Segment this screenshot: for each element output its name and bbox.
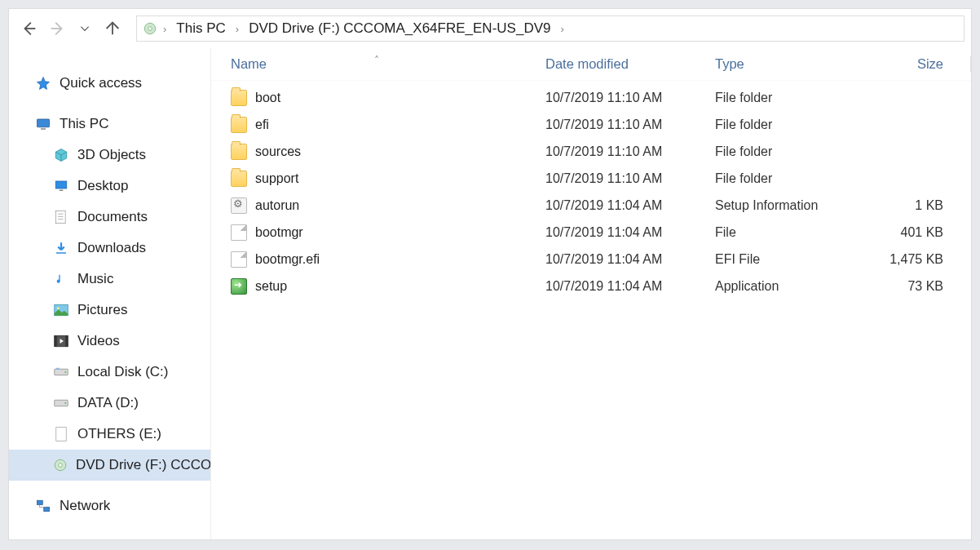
nav-downloads[interactable]: Downloads (9, 233, 210, 264)
file-type: Setup Information (715, 198, 854, 213)
file-row[interactable]: efi10/7/2019 11:10 AMFile folder (211, 111, 971, 138)
svg-rect-18 (56, 368, 60, 370)
file-row[interactable]: autorun10/7/2019 11:04 AMSetup Informati… (211, 192, 971, 219)
nav-label: Desktop (77, 178, 128, 194)
app-icon (231, 278, 247, 295)
file-size: 1,475 KB (854, 252, 950, 267)
file-size: 1 KB (854, 198, 950, 213)
file-date: 10/7/2019 11:10 AM (545, 91, 715, 105)
file-date: 10/7/2019 11:04 AM (545, 252, 715, 267)
file-date: 10/7/2019 11:10 AM (545, 171, 715, 186)
nav-this-pc[interactable]: This PC (9, 109, 210, 140)
nav-3d-objects[interactable]: 3D Objects (9, 140, 210, 171)
file-icon (231, 224, 247, 241)
file-size: 401 KB (854, 225, 950, 240)
nav-pictures[interactable]: Pictures (9, 295, 210, 326)
arrow-up-icon (104, 20, 121, 38)
file-row[interactable]: boot10/7/2019 11:10 AMFile folder (211, 84, 971, 111)
file-type: Application (715, 279, 854, 294)
nav-label: Documents (77, 209, 148, 225)
nav-label: This PC (60, 116, 108, 132)
file-date: 10/7/2019 11:04 AM (545, 225, 715, 240)
recent-locations-button[interactable] (71, 15, 99, 42)
nav-local-disk-c[interactable]: Local Disk (C:) (9, 357, 210, 388)
nav-label: Pictures (77, 302, 127, 318)
nav-others-e[interactable]: OTHERS (E:) (9, 419, 210, 450)
back-button[interactable] (15, 15, 43, 42)
file-name: setup (255, 279, 287, 294)
svg-rect-24 (38, 500, 43, 504)
svg-point-20 (64, 402, 66, 404)
file-name: boot (255, 91, 280, 105)
file-row[interactable]: bootmgr10/7/2019 11:04 AMFile401 KB (211, 219, 971, 246)
file-row[interactable]: bootmgr.efi10/7/2019 11:04 AMEFI File1,4… (211, 246, 971, 273)
breadcrumb[interactable]: › This PC › DVD Drive (F:) CCCOMA_X64FRE… (136, 16, 965, 42)
explorer-window: › This PC › DVD Drive (F:) CCCOMA_X64FRE… (8, 8, 972, 540)
file-list-pane: Name ˄ Date modified Type Size boot10/7 (211, 48, 971, 539)
drive-icon (53, 364, 69, 380)
forward-button[interactable] (43, 15, 71, 42)
file-icon (231, 251, 247, 268)
file-name: support (255, 171, 298, 186)
nav-quick-access[interactable]: Quick access (9, 68, 210, 99)
file-row[interactable]: support10/7/2019 11:10 AMFile folder (211, 165, 971, 192)
nav-dvd-drive-f[interactable]: DVD Drive (F:) CCCOMA_X64FRE_EN-US_DV9 (9, 450, 210, 481)
nav-label: Music (77, 271, 113, 287)
svg-rect-4 (55, 181, 67, 189)
svg-rect-21 (56, 428, 66, 441)
file-type: File folder (715, 144, 854, 159)
svg-point-12 (57, 307, 60, 309)
nav-music[interactable]: Music (9, 264, 210, 295)
column-label: Name (231, 56, 267, 71)
monitor-icon (35, 116, 51, 132)
svg-rect-10 (56, 252, 66, 254)
chevron-right-icon: › (161, 23, 168, 35)
column-headers: Name ˄ Date modified Type Size (211, 48, 971, 81)
nav-network[interactable]: Network (9, 490, 210, 521)
star-icon (35, 75, 51, 91)
file-row[interactable]: sources10/7/2019 11:10 AMFile folder (211, 138, 971, 165)
dvd-drive-icon (53, 457, 68, 473)
column-header-type[interactable]: Type (715, 56, 854, 72)
file-date: 10/7/2019 11:10 AM (545, 144, 715, 159)
file-row[interactable]: setup10/7/2019 11:04 AMApplication73 KB (211, 273, 971, 299)
file-name: autorun (255, 198, 299, 213)
file-date: 10/7/2019 11:10 AM (545, 118, 715, 132)
file-icon (53, 426, 69, 442)
svg-rect-15 (65, 335, 68, 347)
file-date: 10/7/2019 11:04 AM (545, 279, 715, 294)
nav-label: Local Disk (C:) (77, 364, 168, 380)
nav-label: Quick access (60, 75, 142, 91)
column-label: Type (715, 56, 744, 71)
dvd-drive-icon (142, 20, 158, 37)
folder-icon (231, 117, 247, 133)
file-type: File folder (715, 118, 854, 132)
up-button[interactable] (99, 15, 126, 42)
gear-icon (231, 197, 247, 214)
breadcrumb-dvd-drive[interactable]: DVD Drive (F:) CCCOMA_X64FRE_EN-US_DV9 (244, 19, 555, 38)
file-name: efi (255, 118, 269, 132)
file-size: 73 KB (854, 279, 950, 294)
nav-videos[interactable]: Videos (9, 326, 210, 357)
chevron-right-icon: › (234, 23, 241, 35)
nav-desktop[interactable]: Desktop (9, 171, 210, 202)
column-header-size[interactable]: Size (854, 56, 950, 72)
nav-data-d[interactable]: DATA (D:) (9, 388, 210, 419)
breadcrumb-this-pc[interactable]: This PC (171, 19, 230, 38)
file-name: bootmgr (255, 225, 303, 240)
nav-label: 3D Objects (77, 147, 146, 163)
desktop-icon (53, 178, 69, 194)
nav-label: Videos (77, 333, 120, 349)
nav-documents[interactable]: Documents (9, 202, 210, 233)
column-header-date[interactable]: Date modified (545, 56, 715, 72)
cube-icon (53, 147, 69, 163)
network-icon (35, 498, 51, 514)
folder-icon (231, 171, 247, 187)
column-header-name[interactable]: Name ˄ (211, 56, 545, 72)
nav-label: Downloads (77, 240, 146, 256)
file-type: File folder (715, 91, 854, 105)
file-type: File (715, 225, 854, 240)
music-icon (53, 271, 69, 287)
chevron-down-icon (79, 23, 90, 34)
file-name: sources (255, 144, 301, 159)
